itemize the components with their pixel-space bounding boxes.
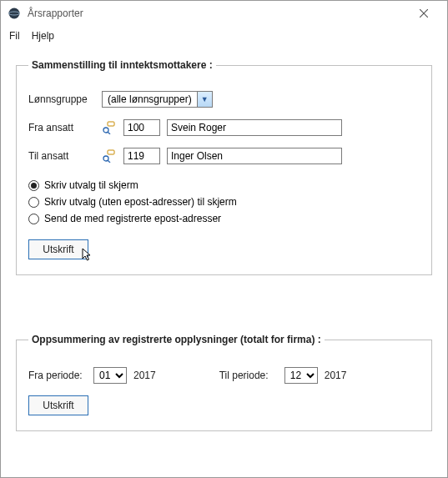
svg-rect-7: [108, 150, 114, 154]
svg-line-6: [108, 132, 110, 134]
fra-periode-year: 2017: [133, 370, 156, 381]
fra-periode-select[interactable]: 01: [93, 367, 127, 384]
app-icon: [8, 7, 21, 20]
chevron-down-icon[interactable]: ▼: [197, 92, 212, 107]
fra-ansatt-id-input[interactable]: [123, 119, 160, 136]
output-radio-group: Skriv utvalg til skjerm Skriv utvalg (ut…: [28, 179, 420, 224]
menu-hjelp[interactable]: Hjelp: [32, 30, 54, 42]
row-fra-ansatt: Fra ansatt: [28, 119, 420, 136]
radio-skriv-utvalg-uten-epost[interactable]: Skriv utvalg (uten epost-adresser) til s…: [28, 196, 420, 208]
lonnsgruppe-label: Lønnsgruppe: [28, 93, 95, 105]
radio-label: Skriv utvalg (uten epost-adresser) til s…: [44, 196, 237, 208]
til-periode-year: 2017: [325, 370, 347, 381]
lonnsgruppe-value: (alle lønnsgrupper): [103, 93, 197, 105]
row-til-ansatt: Til ansatt: [28, 148, 420, 164]
til-periode: Til periode: 12 2017: [219, 367, 347, 384]
til-ansatt-id-input[interactable]: [123, 148, 160, 164]
menubar: Fil Hjelp: [1, 26, 447, 46]
svg-line-9: [108, 160, 110, 163]
radio-label: Skriv utvalg til skjerm: [44, 179, 138, 191]
group-oppsummering: Oppsummering av registrerte opplysninger…: [16, 334, 432, 431]
fra-periode: Fra periode: 01 2017: [28, 367, 156, 384]
close-button[interactable]: [407, 2, 440, 25]
window-title: Årsrapporter: [28, 8, 407, 19]
button-row: Utskrift: [28, 239, 420, 259]
content: Sammenstilling til inntektsmottakere : L…: [1, 46, 447, 440]
row-lonnsgruppe: Lønnsgruppe (alle lønnsgrupper) ▼: [28, 91, 420, 108]
lonnsgruppe-dropdown[interactable]: (alle lønnsgrupper) ▼: [102, 91, 213, 108]
radio-label: Send de med registrerte epost-adresser: [44, 213, 221, 224]
fra-periode-label: Fra periode:: [28, 370, 87, 381]
menu-fil[interactable]: Fil: [9, 30, 20, 42]
fra-ansatt-label: Fra ansatt: [28, 122, 95, 133]
svg-point-8: [103, 156, 108, 161]
lookup-icon[interactable]: [102, 148, 117, 164]
til-ansatt-label: Til ansatt: [28, 150, 95, 162]
fra-ansatt-name-input[interactable]: [167, 119, 342, 136]
group-oppsummering-legend: Oppsummering av registrerte opplysninger…: [28, 334, 325, 345]
svg-rect-4: [108, 122, 114, 126]
group-sammenstilling: Sammenstilling til inntektsmottakere : L…: [16, 59, 432, 275]
radio-icon: [28, 214, 39, 224]
svg-point-5: [103, 128, 108, 133]
til-ansatt-name-input[interactable]: [167, 148, 342, 164]
svg-point-0: [9, 8, 20, 19]
til-periode-label: Til periode:: [219, 370, 278, 381]
radio-icon: [28, 180, 39, 191]
radio-icon: [28, 197, 39, 208]
til-periode-select[interactable]: 12: [284, 367, 318, 384]
titlebar: Årsrapporter: [1, 1, 447, 26]
utskrift-button[interactable]: Utskrift: [28, 239, 88, 259]
radio-skriv-utvalg-skjerm[interactable]: Skriv utvalg til skjerm: [28, 179, 420, 191]
radio-send-epost[interactable]: Send de med registrerte epost-adresser: [28, 213, 420, 224]
lookup-icon[interactable]: [102, 120, 117, 135]
group-sammenstilling-legend: Sammenstilling til inntektsmottakere :: [28, 59, 216, 71]
period-row: Fra periode: 01 2017 Til periode: 12 201…: [28, 367, 420, 384]
button-row: Utskrift: [28, 395, 420, 415]
utskrift-button[interactable]: Utskrift: [28, 395, 88, 415]
